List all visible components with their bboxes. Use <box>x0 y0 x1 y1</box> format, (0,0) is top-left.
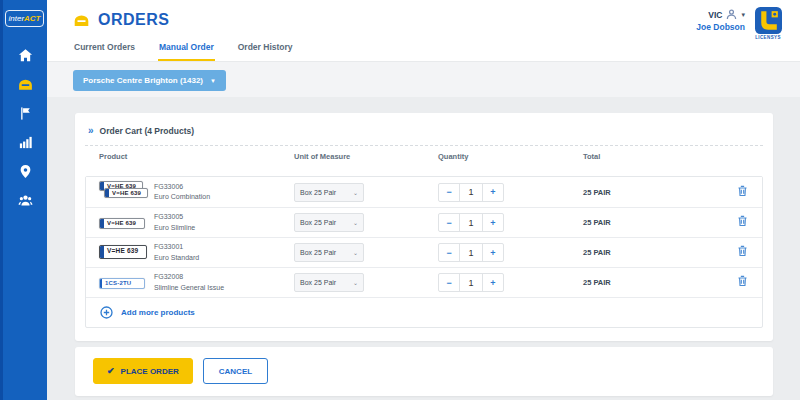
column-header-total: Total <box>583 152 728 161</box>
product-name: Euro Combination <box>154 192 294 203</box>
row-total: 25 PAIR <box>583 278 728 287</box>
product-info: FG32008 Slimline General Issue <box>154 272 294 293</box>
order-cart-header: » Order Cart (4 Products) <box>85 124 763 146</box>
chevron-down-icon: ▼ <box>210 78 216 84</box>
trash-icon <box>737 275 748 287</box>
column-header-uom: Unit of Measure <box>294 152 438 161</box>
interact-logo: interACT <box>5 10 44 27</box>
delete-row-button[interactable] <box>735 183 750 202</box>
sidebar-item-orders[interactable] <box>2 70 49 99</box>
plus-circle-icon <box>100 306 113 319</box>
dealer-selector-label: Porsche Centre Brighton (1432) <box>83 76 203 85</box>
table-row: 1CS-2TU FG32008 Slimline General Issue B… <box>86 267 762 297</box>
sidebar-item-locations[interactable] <box>2 157 49 186</box>
user-region: VIC <box>708 10 722 20</box>
logo-part-inter: inter <box>8 14 24 23</box>
sub-header-band: Porsche Centre Brighton (1432) ▼ <box>47 62 800 97</box>
sidebar-item-home[interactable] <box>2 41 49 70</box>
quantity-value[interactable]: 1 <box>459 244 482 261</box>
quantity-value[interactable]: 1 <box>459 214 482 231</box>
product-info: FG33001 Euro Standard <box>154 242 294 263</box>
quantity-stepper: − 1 + <box>438 183 504 202</box>
table-row: V=HE 639 FG33005 Euro Slimline Box 25 Pa… <box>86 207 762 237</box>
bar-chart-icon <box>18 135 33 150</box>
chevron-down-icon: ⌄ <box>353 189 358 196</box>
user-caret-icon: ▾ <box>741 11 745 19</box>
add-more-products-label: Add more products <box>121 308 195 317</box>
trash-icon <box>737 245 748 257</box>
product-name: Euro Standard <box>154 253 294 264</box>
product-image-euro-standard: V=HE 639 <box>99 244 154 262</box>
collapse-chevrons-icon[interactable]: » <box>88 126 94 136</box>
place-order-button[interactable]: ✔ PLACE ORDER <box>93 358 193 384</box>
product-info: FG33006 Euro Combination <box>154 182 294 203</box>
app-root: interACT ORDERS <box>0 0 800 400</box>
tab-order-history[interactable]: Order History <box>237 36 294 61</box>
row-total: 25 PAIR <box>583 248 728 257</box>
quantity-increase-button[interactable]: + <box>483 244 503 261</box>
dealer-selector[interactable]: Porsche Centre Brighton (1432) ▼ <box>73 70 226 91</box>
location-pin-icon <box>18 164 33 179</box>
delete-row-button[interactable] <box>735 243 750 262</box>
product-name: Slimline General Issue <box>154 283 294 294</box>
trash-icon <box>737 215 748 227</box>
row-total: 25 PAIR <box>583 218 728 227</box>
sidebar: interACT <box>0 0 47 400</box>
orders-title-icon <box>73 14 90 27</box>
delete-row-button[interactable] <box>735 213 750 232</box>
tab-manual-order[interactable]: Manual Order <box>158 36 215 61</box>
cart-table: V=HE 639 V=HE 639 FG33006 Euro Combinati… <box>85 176 763 328</box>
quantity-decrease-button[interactable]: − <box>439 244 459 261</box>
sidebar-item-users[interactable] <box>2 186 49 215</box>
orders-basket-icon <box>18 77 33 92</box>
trash-icon <box>737 185 748 197</box>
person-icon <box>726 9 737 20</box>
product-image-euro-combination: V=HE 639 V=HE 639 <box>99 181 149 204</box>
quantity-decrease-button[interactable]: − <box>439 184 459 201</box>
quantity-increase-button[interactable]: + <box>483 274 503 291</box>
quantity-value[interactable]: 1 <box>459 184 482 201</box>
flag-icon <box>18 106 33 121</box>
product-code: FG33001 <box>154 242 294 253</box>
page-title: ORDERS <box>98 11 169 29</box>
product-code: FG33005 <box>154 212 294 223</box>
sidebar-item-flags[interactable] <box>2 99 49 128</box>
user-name: Joe Dobson <box>696 22 745 32</box>
uom-select[interactable]: Box 25 Pair⌄ <box>294 243 364 262</box>
quantity-increase-button[interactable]: + <box>483 184 503 201</box>
quantity-value[interactable]: 1 <box>459 274 482 291</box>
uom-select[interactable]: Box 25 Pair⌄ <box>294 273 364 292</box>
delete-row-button[interactable] <box>735 273 750 292</box>
user-menu[interactable]: VIC ▾ Joe Dobson <box>696 9 745 32</box>
product-code: FG33006 <box>154 182 294 193</box>
partner-logo-text: LICENSYS <box>753 35 783 40</box>
quantity-decrease-button[interactable]: − <box>439 274 459 291</box>
tab-current-orders[interactable]: Current Orders <box>73 36 136 61</box>
check-icon: ✔ <box>107 366 115 376</box>
quantity-stepper: − 1 + <box>438 243 504 262</box>
top-bar: ORDERS Current Orders Manual Order Order… <box>47 0 800 62</box>
sidebar-item-reports[interactable] <box>2 128 49 157</box>
row-total: 25 PAIR <box>583 188 728 197</box>
table-column-headers: Product Unit of Measure Quantity Total <box>85 146 763 167</box>
user-menu-top: VIC ▾ <box>696 9 745 20</box>
tab-bar: Current Orders Manual Order Order Histor… <box>73 36 294 61</box>
chevron-down-icon: ⌄ <box>353 279 358 286</box>
column-header-product: Product <box>99 152 294 161</box>
quantity-increase-button[interactable]: + <box>483 214 503 231</box>
uom-select[interactable]: Box 25 Pair⌄ <box>294 213 364 232</box>
main-content: » Order Cart (4 Products) Product Unit o… <box>47 97 800 400</box>
order-cart-card: » Order Cart (4 Products) Product Unit o… <box>75 113 773 341</box>
users-icon <box>18 193 33 208</box>
add-more-products-button[interactable]: Add more products <box>86 297 762 327</box>
chevron-down-icon: ⌄ <box>353 249 358 256</box>
uom-select[interactable]: Box 25 Pair⌄ <box>294 183 364 202</box>
product-name: Euro Slimline <box>154 223 294 234</box>
quantity-decrease-button[interactable]: − <box>439 214 459 231</box>
cancel-button[interactable]: CANCEL <box>203 358 268 384</box>
page-title-row: ORDERS <box>47 0 800 29</box>
quantity-stepper: − 1 + <box>438 213 504 232</box>
sidebar-nav <box>3 41 47 215</box>
partner-logo: LICENSYS <box>753 7 783 40</box>
home-icon <box>18 48 33 63</box>
